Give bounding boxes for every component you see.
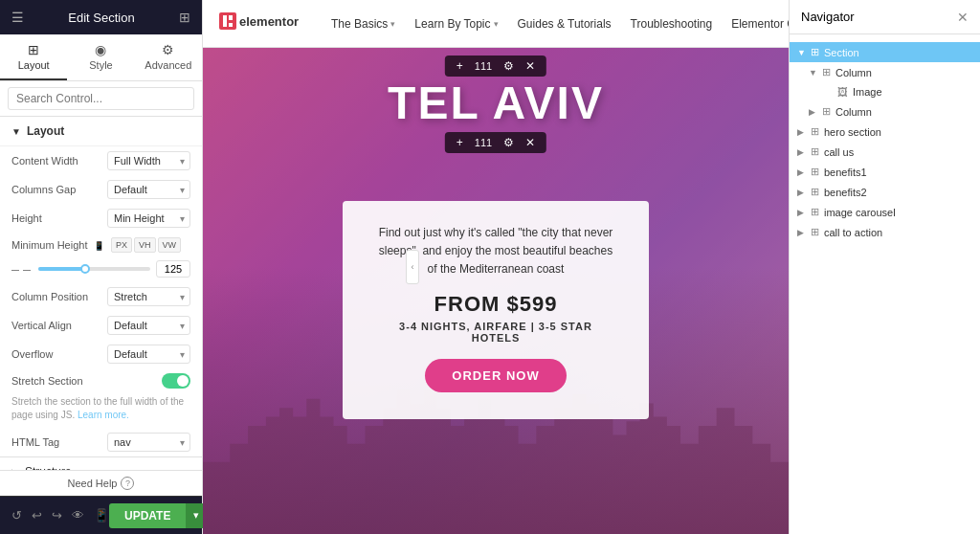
tab-advanced[interactable]: ⚙ Advanced xyxy=(135,34,202,80)
top-nav: elementor The Basics ▾ Learn By Topic ▾ … xyxy=(203,0,789,48)
nav-item-image-carousel[interactable]: ▶ ⊞ image carousel xyxy=(790,202,980,222)
height-select[interactable]: Min Height Default Full Screen xyxy=(107,209,190,228)
hamburger-icon[interactable]: ☰ xyxy=(11,10,24,25)
search-bar xyxy=(0,81,202,117)
canvas-toolbar-top: + 111 ⚙ ✕ xyxy=(445,56,546,77)
toolbar-settings-btn[interactable]: ⚙ xyxy=(500,58,518,74)
content-width-select[interactable]: Full Width Boxed xyxy=(107,151,190,170)
order-now-button[interactable]: ORDER NOW xyxy=(425,359,566,392)
left-resize-handle[interactable]: ‹ xyxy=(406,250,419,284)
nav-item-column-1[interactable]: ▼ ⊞ Column xyxy=(790,62,980,82)
nav-item-cloud[interactable]: Elementor Cloud xyxy=(731,17,789,31)
undo-icon[interactable]: ↩ xyxy=(32,508,42,523)
bottom-bar: ↺ ↩ ↪ 👁 📱 UPDATE ▾ xyxy=(0,496,202,534)
hero-section-icon: ⊞ xyxy=(811,125,819,138)
left-panel: ☰ Edit Section ⊞ ⊞ Layout ◉ Style ⚙ Adva… xyxy=(0,0,203,534)
svg-rect-1 xyxy=(223,15,227,27)
style-tab-icon: ◉ xyxy=(71,42,130,57)
elementor-logo: elementor xyxy=(218,11,304,36)
nav-item-call-us[interactable]: ▶ ⊞ call us xyxy=(790,142,980,162)
hero-subtext: 3-4 NIGHTS, AIRFARE | 3-5 STAR HOTELS xyxy=(377,321,614,344)
carousel-expand-arrow[interactable]: ▶ xyxy=(797,208,811,217)
html-tag-select[interactable]: nav div header footer section xyxy=(107,433,190,452)
unit-vw-btn[interactable]: VW xyxy=(158,237,182,253)
content-width-label: Content Width xyxy=(11,155,107,167)
cta-icon: ⊞ xyxy=(811,226,819,238)
add-section-btn[interactable]: + xyxy=(453,58,467,74)
slider-thumb[interactable] xyxy=(80,264,90,274)
layout-section-header[interactable]: ▼ Layout xyxy=(0,117,202,146)
section-icon: ⊞ xyxy=(811,46,819,58)
responsive-mode-icon[interactable]: 📱 xyxy=(94,508,109,523)
vertical-align-select-wrap: Default Top Middle Bottom xyxy=(107,316,190,335)
columns-gap-select-wrap: Default No Gap xyxy=(107,180,190,199)
search-input[interactable] xyxy=(8,87,194,110)
call-us-icon: ⊞ xyxy=(811,145,819,158)
nav-section-label: Section xyxy=(824,47,859,58)
nav-item-basics[interactable]: The Basics ▾ xyxy=(331,17,395,31)
benefits1-expand-arrow[interactable]: ▶ xyxy=(797,167,811,177)
nav-item-learn[interactable]: Learn By Topic ▾ xyxy=(414,17,498,31)
nav-call-us-label: call us xyxy=(824,146,854,158)
help-link[interactable]: Need Help ? xyxy=(11,477,190,490)
nav-item-benefits2[interactable]: ▶ ⊞ benefits2 xyxy=(790,182,980,202)
grid-icon[interactable]: ⊞ xyxy=(179,10,190,25)
tab-style[interactable]: ◉ Style xyxy=(67,34,134,80)
canvas-scroll: + 111 ⚙ ✕ TEL AVIV Find out just why it'… xyxy=(203,48,789,534)
inner-count: 111 xyxy=(471,137,496,148)
overflow-select-wrap: Default Hidden xyxy=(107,345,190,364)
min-height-slider-row: — — xyxy=(0,257,202,282)
nav-column1-label: Column xyxy=(835,67,872,78)
preview-icon[interactable]: 👁 xyxy=(72,508,84,523)
column-position-select[interactable]: Stretch Top Middle xyxy=(107,287,190,306)
html-tag-select-wrap: nav div header footer section xyxy=(107,433,190,452)
nav-item-column-2[interactable]: ▶ ⊞ Column xyxy=(790,101,980,122)
section-expand-arrow[interactable]: ▼ xyxy=(797,48,811,57)
nav-item-image[interactable]: 🖼 Image xyxy=(790,82,980,101)
unit-vh-btn[interactable]: VH xyxy=(134,237,156,253)
overflow-select[interactable]: Default Hidden xyxy=(107,345,190,364)
column2-icon: ⊞ xyxy=(822,105,831,118)
tab-layout[interactable]: ⊞ Layout xyxy=(0,34,67,80)
nav-item-benefits1[interactable]: ▶ ⊞ benefits1 xyxy=(790,162,980,182)
structure-section-header[interactable]: ▶ Structure xyxy=(0,456,202,470)
nav-item-guides[interactable]: Guides & Tutorials xyxy=(518,17,612,31)
column-position-select-wrap: Stretch Top Middle xyxy=(107,287,190,306)
history-icon[interactable]: ↺ xyxy=(11,508,22,523)
inner-add-btn[interactable]: + xyxy=(453,135,467,150)
update-button[interactable]: UPDATE xyxy=(109,503,186,528)
min-height-slider[interactable] xyxy=(38,267,150,271)
column1-expand-arrow[interactable]: ▼ xyxy=(809,68,822,78)
panel-footer: Need Help ? xyxy=(0,470,202,496)
call-us-expand-arrow[interactable]: ▶ xyxy=(797,147,811,157)
nav-item-section[interactable]: ▼ ⊞ Section xyxy=(790,42,980,62)
cta-expand-arrow[interactable]: ▶ xyxy=(797,228,811,237)
navigator-header: Navigator ✕ xyxy=(790,0,980,34)
height-label: Height xyxy=(11,212,107,224)
unit-px-btn[interactable]: PX xyxy=(111,237,132,253)
nav-column2-label: Column xyxy=(835,106,872,118)
html-tag-field: HTML Tag nav div header footer section xyxy=(0,428,202,456)
nav-item-call-to-action[interactable]: ▶ ⊞ call to action xyxy=(790,222,980,242)
nav-item-troubleshoot[interactable]: Troubleshooting xyxy=(631,17,713,31)
content-width-field: Content Width Full Width Boxed xyxy=(0,146,202,175)
redo-icon[interactable]: ↪ xyxy=(52,508,62,523)
nav-carousel-label: image carousel xyxy=(824,207,896,218)
min-height-label: Minimum Height 📱 xyxy=(11,239,107,251)
nav-item-hero-section[interactable]: ▶ ⊞ hero section xyxy=(790,122,980,142)
benefits2-expand-arrow[interactable]: ▶ xyxy=(797,188,811,197)
stretch-section-toggle[interactable] xyxy=(162,373,190,389)
columns-gap-select[interactable]: Default No Gap xyxy=(107,180,190,199)
min-height-input[interactable] xyxy=(156,260,190,278)
column2-expand-arrow[interactable]: ▶ xyxy=(809,107,822,117)
vertical-align-select[interactable]: Default Top Middle Bottom xyxy=(107,316,190,335)
navigator-close-button[interactable]: ✕ xyxy=(957,10,969,25)
nav-cta-label: call to action xyxy=(824,227,882,238)
toolbar-close-btn[interactable]: ✕ xyxy=(522,58,539,74)
inner-close-btn[interactable]: ✕ xyxy=(522,135,539,150)
hero-section-expand-arrow[interactable]: ▶ xyxy=(797,127,811,137)
inner-settings-btn[interactable]: ⚙ xyxy=(500,135,518,150)
column-position-label: Column Position xyxy=(11,291,107,302)
update-button-group: UPDATE ▾ xyxy=(109,503,207,528)
learn-more-link[interactable]: Learn more. xyxy=(78,410,129,420)
